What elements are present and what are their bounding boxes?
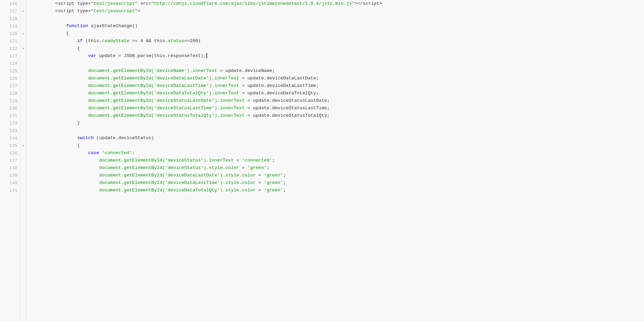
- token-117-2: script type=: [58, 8, 91, 14]
- token-120-1: {: [66, 31, 69, 36]
- fold-gutter-116: [20, 0, 26, 7]
- token-140-1: document.getElementById(: [99, 180, 165, 185]
- token-136-1: case: [88, 150, 99, 155]
- code-line-117[interactable]: <script type="text/javascript">: [33, 7, 644, 15]
- line-number-134: 134: [0, 134, 20, 142]
- code-line-121[interactable]: if (this.readyState == 4 && this.status=…: [33, 37, 644, 45]
- line-number-131: 131: [0, 112, 20, 119]
- fold-gutter-137: [20, 157, 26, 164]
- code-line-124[interactable]: [33, 60, 644, 67]
- token-116-3: "text/javascript": [91, 1, 138, 6]
- code-line-126[interactable]: document.getElementById('deviceDataLastD…: [33, 75, 644, 82]
- line-content-126: document.getElementById('deviceDataLastD…: [33, 75, 319, 82]
- token-139-5: 'green': [264, 173, 283, 178]
- token-140-5: 'green': [264, 180, 283, 185]
- token-131-3: ).innerText: [215, 113, 245, 118]
- token-116-2: script type=: [58, 1, 91, 6]
- line-number-136: 136: [0, 149, 20, 157]
- code-line-136[interactable]: case 'connected':: [33, 149, 644, 157]
- token-128-2: 'deviceDataTotalQty': [154, 91, 209, 96]
- token-121-3: this: [88, 38, 99, 43]
- token-121-10: ==200): [184, 38, 201, 43]
- code-line-125[interactable]: document.getElementById('deviceName').in…: [33, 67, 644, 75]
- line-number-117: 117: [0, 7, 20, 15]
- line-content-137: document.getElementById('deviceStatus').…: [33, 157, 275, 164]
- token-116-9: >: [379, 1, 382, 6]
- line-number-141: 141: [0, 187, 20, 194]
- code-line-139[interactable]: document.getElementById('deviceDataLastD…: [33, 172, 644, 179]
- fold-gutter-117[interactable]: ▾: [20, 7, 26, 15]
- line-number-123: 123: [0, 52, 20, 60]
- line-number-120: 120: [0, 30, 20, 37]
- line-number-118: 118: [0, 15, 20, 22]
- fold-gutter-121: [20, 37, 26, 45]
- token-127-4: = update.deviceDataLastTime;: [239, 83, 319, 88]
- line-content-127: document.getElementById('deviceDataLastT…: [33, 82, 319, 90]
- line-number-135: 135: [0, 142, 20, 149]
- token-138-4: =: [239, 165, 247, 170]
- token-136-4: :: [132, 150, 135, 155]
- line-number-119: 119: [0, 22, 20, 30]
- fold-gutter-126: [20, 75, 26, 82]
- code-line-118[interactable]: [33, 15, 644, 22]
- line-number-132: 132: [0, 119, 20, 127]
- line-number-116: 116: [0, 0, 20, 7]
- fold-gutter-122[interactable]: ▾: [20, 45, 26, 52]
- code-line-116[interactable]: <script type="text/javascript" src="http…: [33, 0, 644, 7]
- code-line-135[interactable]: {: [33, 142, 644, 149]
- code-line-119[interactable]: function ajaxStateChange(): [33, 22, 644, 30]
- token-128-3: ).innerText: [209, 91, 239, 96]
- token-127-1: document.getElementById(: [88, 83, 154, 88]
- token-125-1: document.getElementById(: [88, 68, 154, 73]
- line-content-116: <script type="text/javascript" src="http…: [33, 0, 382, 7]
- line-number-127: 127: [0, 82, 20, 90]
- token-141-0: [33, 188, 99, 193]
- token-141-1: document.getElementById(: [99, 188, 165, 193]
- token-125-4: = update.deviceName;: [217, 68, 275, 73]
- code-line-129[interactable]: document.getElementById('deviceStatusLas…: [33, 97, 644, 105]
- token-116-5: "http://cdnjs.cloudflare.com/ajax/libs/j…: [151, 1, 355, 6]
- token-141-2: 'deviceDataTotalQty': [165, 188, 220, 193]
- code-content[interactable]: <script type="text/javascript" src="http…: [26, 0, 644, 321]
- token-126-3: ).innerText: [209, 76, 239, 81]
- token-121-0: [33, 38, 77, 43]
- line-content-129: document.getElementById('deviceStatusLas…: [33, 97, 330, 105]
- code-line-128[interactable]: document.getElementById('deviceDataTotal…: [33, 90, 644, 97]
- code-line-133[interactable]: [33, 127, 644, 134]
- line-content-140: document.getElementById('deviceDataLastT…: [33, 179, 286, 187]
- token-119-0: [33, 23, 66, 29]
- code-line-127[interactable]: document.getElementById('deviceDataLastT…: [33, 82, 644, 90]
- token-126-2: 'deviceDataLastDate': [154, 76, 209, 81]
- code-line-132[interactable]: }: [33, 119, 644, 127]
- token-127-3: ).innerText: [209, 83, 239, 88]
- code-line-141[interactable]: document.getElementById('deviceDataTotal…: [33, 187, 644, 194]
- line-content-121: if (this.readyState == 4 && this.status=…: [33, 37, 201, 45]
- code-line-130[interactable]: document.getElementById('deviceStatusLas…: [33, 105, 644, 112]
- code-line-122[interactable]: {: [33, 45, 644, 52]
- token-137-0: [33, 158, 99, 163]
- code-line-138[interactable]: document.getElementById('deviceStatus').…: [33, 164, 644, 172]
- code-line-140[interactable]: document.getElementById('deviceDataLastT…: [33, 179, 644, 187]
- token-128-1: document.getElementById(: [88, 91, 154, 96]
- fold-gutter-130: [20, 105, 26, 112]
- token-135-0: [33, 143, 77, 148]
- token-121-7: this: [154, 38, 165, 43]
- token-122-0: [33, 46, 77, 51]
- line-content-117: <script type="text/javascript">: [33, 7, 140, 15]
- code-line-120[interactable]: {: [33, 30, 644, 37]
- token-121-2: (: [83, 38, 88, 43]
- fold-gutter-127: [20, 82, 26, 90]
- code-line-131[interactable]: document.getElementById('deviceStatusTot…: [33, 112, 644, 119]
- token-126-0: [33, 76, 88, 81]
- code-line-123[interactable]: var update = JSON.parse(this.responseTex…: [33, 52, 644, 60]
- token-132-1: }: [77, 120, 80, 126]
- line-number-121: 121: [0, 37, 20, 45]
- token-125-3: ).innerText: [187, 68, 217, 73]
- code-line-134[interactable]: switch (update.deviceStatus): [33, 134, 644, 142]
- fold-gutter-135[interactable]: ▾: [20, 142, 26, 149]
- fold-gutter-120[interactable]: ▾: [20, 30, 26, 37]
- fold-gutter-125: [20, 67, 26, 75]
- code-line-137[interactable]: document.getElementById('deviceStatus').…: [33, 157, 644, 164]
- token-137-4: =: [234, 158, 242, 163]
- token-129-2: 'deviceStatusLastDate': [154, 98, 214, 103]
